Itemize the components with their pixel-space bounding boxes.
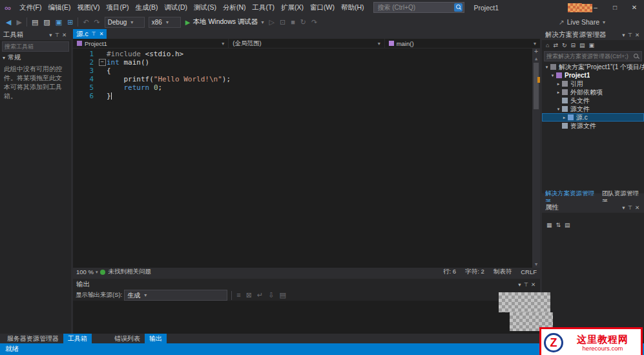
properties-icon[interactable]: ▣ — [587, 42, 597, 48]
platform-dropdown[interactable]: x86 ▾ — [149, 17, 181, 28]
tree-item[interactable]: ▾解决方案“Project1”(1 个项目/共 1 个) — [542, 63, 644, 71]
configuration-dropdown[interactable]: Debug ▾ — [105, 17, 145, 28]
undo-icon[interactable]: ↶ — [80, 18, 91, 27]
menu-item[interactable]: 窗口(W) — [307, 3, 338, 12]
output-source-dropdown[interactable]: 生成 ▾ — [124, 290, 227, 301]
step-over-icon[interactable]: ↷ — [309, 18, 320, 27]
tree-item[interactable]: ▾Project1 — [542, 71, 644, 80]
expander-icon[interactable]: ▾ — [550, 73, 556, 78]
attach-icon[interactable]: ⊡ — [277, 18, 288, 27]
dock-tab[interactable]: 工具箱 — [63, 334, 92, 343]
member-dropdown[interactable]: main() ▾ — [385, 39, 540, 48]
hollow-run-icon[interactable]: ▷ — [266, 18, 276, 27]
pin-icon[interactable]: ⊤ — [626, 32, 633, 38]
alphabetical-icon[interactable]: ⇅ — [554, 222, 563, 228]
toolbox-header[interactable]: 工具箱 ▾⊤✕ — [0, 29, 71, 40]
home-icon[interactable]: ⌂ — [544, 42, 551, 48]
menu-item[interactable]: 帮助(H) — [338, 3, 368, 12]
maximize-button[interactable]: □ — [605, 0, 625, 15]
menu-item[interactable]: 编辑(E) — [45, 3, 74, 12]
start-debugging-button[interactable]: ▶ 本地 Windows 调试器 ▾ — [183, 17, 267, 27]
menu-item[interactable]: 扩展(X) — [278, 3, 307, 12]
tree-item[interactable]: ▾源文件 — [542, 105, 644, 113]
window-position-icon[interactable]: ▾ — [517, 281, 522, 288]
tree-item[interactable]: ▸引用 — [542, 80, 644, 88]
dock-tab[interactable]: 解决方案资源管理器 — [542, 193, 599, 202]
pin-icon[interactable]: ⊤ — [53, 32, 60, 38]
menu-item[interactable]: 视图(V) — [74, 3, 103, 12]
window-position-icon[interactable]: ▾ — [621, 204, 626, 211]
tree-item[interactable]: 资源文件 — [542, 122, 644, 130]
clear-all-icon[interactable]: ⊠ — [244, 291, 254, 299]
forward-icon[interactable]: ▶ — [14, 18, 24, 27]
close-icon[interactable]: ✕ — [99, 31, 104, 37]
code-line[interactable]: 5 return 0; — [73, 83, 540, 92]
scrollbar-thumb[interactable] — [534, 63, 539, 109]
show-all-files-icon[interactable]: ▤ — [577, 42, 587, 48]
save-icon[interactable]: ▣ — [53, 18, 65, 27]
vertical-scrollbar[interactable]: + ▲ ▼ — [532, 48, 540, 268]
collapse-all-icon[interactable]: ⊟ — [569, 42, 578, 48]
scope-dropdown[interactable]: (全局范围) ▾ — [229, 39, 384, 48]
menu-item[interactable]: 分析(N) — [220, 3, 249, 12]
messages-icon[interactable]: ▤ — [276, 291, 288, 299]
tree-item[interactable]: 头文件 — [542, 96, 644, 105]
health-status[interactable]: 未找到相关问题 — [108, 268, 151, 276]
code-editor[interactable]: 1#include <stdio.h>2−int main()3{4 print… — [73, 48, 540, 268]
categorized-icon[interactable]: ▦ — [545, 222, 554, 228]
document-tab[interactable]: 源.c ⊤ ✕ — [73, 29, 107, 39]
code-line[interactable]: 4 printf("Hello World!\n"); — [73, 75, 540, 83]
expander-icon[interactable]: ▸ — [556, 90, 561, 95]
search-icon[interactable] — [454, 3, 462, 12]
pin-icon[interactable]: ⊤ — [522, 281, 529, 288]
close-icon[interactable]: ✕ — [530, 281, 537, 288]
collapse-icon[interactable]: − — [99, 59, 106, 66]
pin-icon[interactable]: ⊤ — [92, 31, 96, 37]
window-position-icon[interactable]: ▾ — [48, 32, 53, 38]
solution-explorer-search-input[interactable]: 搜索解决方案资源管理器(Ctrl+;) — [544, 51, 642, 61]
back-icon[interactable]: ◀ — [3, 18, 14, 27]
menu-item[interactable]: 生成(B) — [132, 3, 161, 12]
menu-item[interactable]: 测试(S) — [191, 3, 220, 12]
solution-explorer-header[interactable]: 解决方案资源管理器 ▾⊤✕ — [542, 29, 644, 40]
new-project-icon[interactable]: ▤ — [29, 18, 41, 27]
code-line[interactable]: 6} — [73, 92, 540, 100]
zoom-level[interactable]: 100 % — [76, 268, 94, 275]
autoscroll-icon[interactable]: ⇩ — [265, 291, 276, 299]
restart-icon[interactable]: ↻ — [298, 18, 309, 27]
project-dropdown[interactable]: Project1 ▾ — [73, 39, 229, 48]
live-share-button[interactable]: ↗ Live Share ▾ — [559, 18, 644, 26]
switch-views-icon[interactable]: ⇄ — [551, 42, 560, 48]
toolbox-section-general[interactable]: ▾ 常规 — [0, 53, 71, 62]
output-content[interactable] — [73, 301, 540, 334]
open-file-icon[interactable]: ▨ — [41, 18, 52, 27]
dock-tab[interactable]: 团队资源管理器 — [599, 193, 644, 202]
scroll-down-icon[interactable]: ▼ — [532, 261, 540, 268]
stop-icon[interactable]: ■ — [288, 18, 298, 26]
toolbox-search-input[interactable]: 搜索工具箱 — [2, 41, 69, 52]
dock-tab[interactable]: 服务器资源管理器 — [3, 334, 63, 343]
expander-icon[interactable]: ▾ — [544, 65, 550, 70]
code-line[interactable]: 3{ — [73, 67, 540, 75]
find-message-icon[interactable]: ≡ — [234, 291, 243, 299]
save-all-icon[interactable]: ⊞ — [65, 18, 76, 27]
code-line[interactable]: 1#include <stdio.h> — [73, 50, 540, 58]
properties-grid[interactable] — [542, 230, 644, 343]
properties-header[interactable]: 属性 ▾⊤✕ — [542, 202, 644, 213]
expander-icon[interactable]: ▸ — [561, 115, 567, 120]
expander-icon[interactable]: ▾ — [556, 107, 561, 112]
menu-item[interactable]: 项目(P) — [103, 3, 132, 12]
property-pages-icon[interactable]: ▤ — [563, 222, 572, 228]
menu-item[interactable]: 调试(D) — [161, 3, 191, 12]
close-button[interactable]: ✕ — [625, 0, 644, 15]
word-wrap-icon[interactable]: ↵ — [254, 291, 265, 299]
output-header[interactable]: 输出 ▾⊤✕ — [73, 279, 540, 290]
tree-item[interactable]: ▸源.c — [542, 113, 644, 122]
dock-tab[interactable]: 错误列表 — [110, 334, 145, 343]
redo-icon[interactable]: ↷ — [92, 18, 103, 27]
split-handle[interactable]: + — [532, 48, 540, 55]
refresh-icon[interactable]: ↻ — [560, 42, 569, 48]
scroll-up-icon[interactable]: ▲ — [532, 56, 540, 62]
pin-icon[interactable]: ⊤ — [626, 204, 633, 211]
close-icon[interactable]: ✕ — [634, 204, 641, 211]
